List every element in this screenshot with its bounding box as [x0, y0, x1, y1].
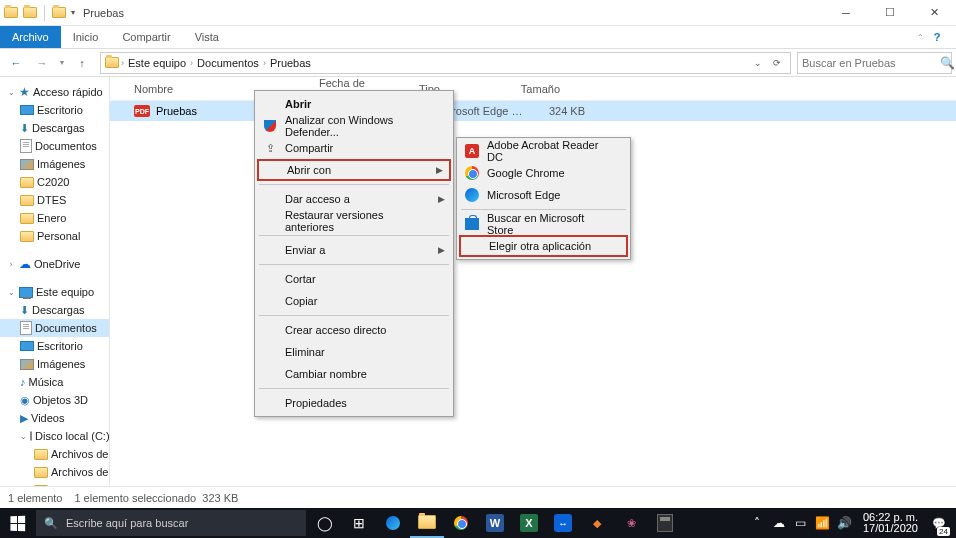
maximize-button[interactable]: ☐: [868, 0, 912, 26]
downloads-icon: ⬇: [20, 304, 29, 317]
taskbar-clock[interactable]: 06:22 p. m. 17/01/2020: [857, 512, 924, 534]
cortana-icon[interactable]: ◯: [308, 508, 342, 538]
ctx-open-with[interactable]: Abrir con▶: [257, 159, 451, 181]
tray-cloud-icon[interactable]: ☁: [769, 508, 789, 538]
ctx-shortcut[interactable]: Crear acceso directo: [257, 319, 451, 341]
tray-overflow-icon[interactable]: ˄: [747, 508, 767, 538]
tree-pc-music[interactable]: ♪Música: [0, 373, 109, 391]
window-title: Pruebas: [83, 7, 124, 19]
openwith-other[interactable]: Elegir otra aplicación: [459, 235, 628, 257]
tree-personal[interactable]: Personal: [0, 227, 109, 245]
tree-pc-downloads[interactable]: ⬇Descargas: [0, 301, 109, 319]
tab-vista[interactable]: Vista: [183, 26, 231, 48]
tray-volume-icon[interactable]: 🔊: [835, 508, 855, 538]
tree-desktop[interactable]: Escritorio: [0, 101, 109, 119]
tree-enero[interactable]: Enero: [0, 209, 109, 227]
ctx-copy[interactable]: Copiar: [257, 290, 451, 312]
tree-disk-prog2[interactable]: Archivos de pr: [0, 463, 109, 481]
tree-c2020[interactable]: C2020: [0, 173, 109, 191]
edge-taskbar-icon[interactable]: [376, 508, 410, 538]
ctx-delete[interactable]: Eliminar: [257, 341, 451, 363]
tree-quick-access[interactable]: ⌄★Acceso rápido: [0, 83, 109, 101]
qat-separator: [44, 5, 45, 21]
close-button[interactable]: ✕: [912, 0, 956, 26]
crumb-current[interactable]: Pruebas: [266, 57, 315, 69]
tree-images[interactable]: Imágenes: [0, 155, 109, 173]
tree-documents[interactable]: Documentos: [0, 137, 109, 155]
path-dropdown-icon[interactable]: ⌄: [750, 58, 766, 68]
adobe-icon: A: [463, 142, 481, 160]
crumb-pc[interactable]: Este equipo: [124, 57, 190, 69]
ctx-defender[interactable]: Analizar con Windows Defender...: [257, 115, 451, 137]
history-dropdown-icon[interactable]: ▾: [56, 58, 68, 67]
windows-icon: [10, 515, 25, 531]
search-icon[interactable]: 🔍: [940, 56, 955, 70]
tree-disk-intel[interactable]: Intel: [0, 481, 109, 486]
notification-icon[interactable]: 💬24: [926, 508, 952, 538]
chevron-right-icon: ▶: [438, 194, 445, 204]
folder-icon: [20, 195, 34, 206]
openwith-adobe[interactable]: AAdobe Acrobat Reader DC: [459, 140, 628, 162]
file-tab[interactable]: Archivo: [0, 26, 61, 48]
nav-tree[interactable]: ⌄★Acceso rápido Escritorio ⬇Descargas Do…: [0, 77, 110, 486]
tree-pc-3d[interactable]: ◉Objetos 3D: [0, 391, 109, 409]
file-row[interactable]: PDF Pruebas Microsoft Edge P... 324 KB: [110, 101, 956, 121]
ctx-share[interactable]: ⇪Compartir: [257, 137, 451, 159]
tree-pc-disk[interactable]: ⌄Disco local (C:): [0, 427, 109, 445]
refresh-icon[interactable]: ⟳: [766, 52, 788, 74]
excel-taskbar-icon[interactable]: X: [512, 508, 546, 538]
tab-compartir[interactable]: Compartir: [110, 26, 182, 48]
ribbon-expand-icon[interactable]: ⌃: [914, 33, 926, 42]
forward-button[interactable]: →: [30, 51, 54, 75]
ctx-properties[interactable]: Propiedades: [257, 392, 451, 414]
explorer-taskbar-icon[interactable]: [410, 508, 444, 538]
search-input[interactable]: [802, 57, 940, 69]
tree-pc-images[interactable]: Imágenes: [0, 355, 109, 373]
crumb-docs[interactable]: Documentos: [193, 57, 263, 69]
tray-battery-icon[interactable]: ▭: [791, 508, 811, 538]
calculator-taskbar-icon[interactable]: [648, 508, 682, 538]
ctx-open[interactable]: Abrir: [257, 93, 451, 115]
tree-disk-prog1[interactable]: Archivos de pr: [0, 445, 109, 463]
breadcrumb[interactable]: › Este equipo › Documentos › Pruebas ⌄ ⟳: [100, 52, 791, 74]
folder-icon: [20, 231, 34, 242]
ribbon: Archivo Inicio Compartir Vista ⌃ ?: [0, 26, 956, 49]
openwith-chrome[interactable]: Google Chrome: [459, 162, 628, 184]
ctx-rename[interactable]: Cambiar nombre: [257, 363, 451, 385]
tree-downloads[interactable]: ⬇Descargas: [0, 119, 109, 137]
up-button[interactable]: ↑: [70, 51, 94, 75]
ctx-send-to[interactable]: Enviar a▶: [257, 239, 451, 261]
column-headers[interactable]: Nombre Fecha de modificación Tipo Tamaño: [110, 77, 956, 101]
tray-wifi-icon[interactable]: 📶: [813, 508, 833, 538]
tree-pc-desktop[interactable]: Escritorio: [0, 337, 109, 355]
help-icon[interactable]: ?: [926, 31, 948, 43]
folder-icon: [34, 449, 48, 460]
tab-inicio[interactable]: Inicio: [61, 26, 111, 48]
folder-icon: [20, 177, 34, 188]
chrome-taskbar-icon[interactable]: [444, 508, 478, 538]
folder-icon: [34, 485, 48, 487]
search-box[interactable]: 🔍: [797, 52, 952, 74]
ctx-cut[interactable]: Cortar: [257, 268, 451, 290]
ctx-give-access[interactable]: Dar acceso a▶: [257, 188, 451, 210]
qat-dropdown-icon[interactable]: ▾: [71, 8, 75, 17]
ctx-restore[interactable]: Restaurar versiones anteriores: [257, 210, 451, 232]
teamviewer-taskbar-icon[interactable]: ↔: [546, 508, 580, 538]
taskbar-search[interactable]: 🔍Escribe aquí para buscar: [36, 510, 306, 536]
tree-pc-videos[interactable]: ▶Videos: [0, 409, 109, 427]
app-taskbar-icon[interactable]: ◆: [580, 508, 614, 538]
openwith-edge[interactable]: Microsoft Edge: [459, 184, 628, 206]
openwith-store[interactable]: Buscar en Microsoft Store: [459, 213, 628, 235]
tree-this-pc[interactable]: ⌄Este equipo: [0, 283, 109, 301]
tree-dtes[interactable]: DTES: [0, 191, 109, 209]
back-button[interactable]: ←: [4, 51, 28, 75]
tree-pc-documents[interactable]: Documentos: [0, 319, 109, 337]
objects3d-icon: ◉: [20, 394, 30, 407]
tree-onedrive[interactable]: ›☁OneDrive: [0, 255, 109, 273]
minimize-button[interactable]: ─: [824, 0, 868, 26]
start-button[interactable]: [0, 508, 34, 538]
app2-taskbar-icon[interactable]: ❀: [614, 508, 648, 538]
taskview-icon[interactable]: ⊞: [342, 508, 376, 538]
col-size[interactable]: Tamaño: [509, 83, 569, 95]
word-taskbar-icon[interactable]: W: [478, 508, 512, 538]
